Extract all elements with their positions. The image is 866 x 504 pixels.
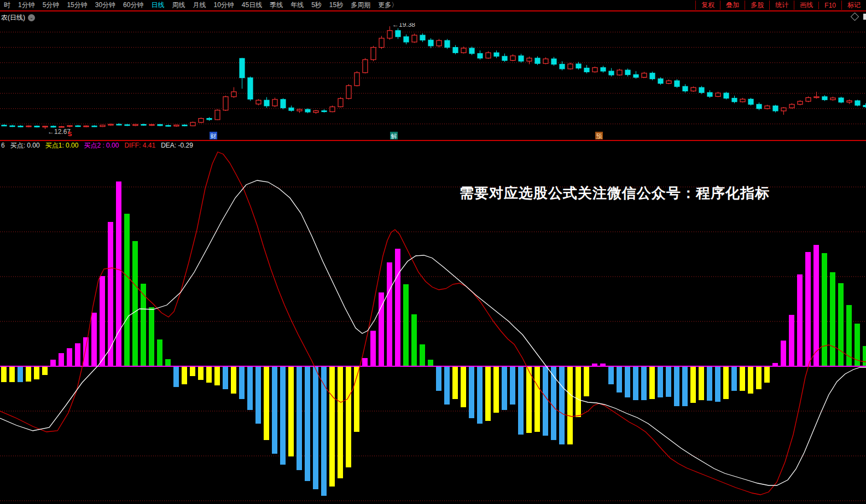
histogram-bar	[838, 283, 844, 366]
histogram-bar	[805, 252, 811, 366]
candle-body	[633, 75, 638, 78]
period-tab-5分钟[interactable]: 5分钟	[39, 1, 63, 10]
period-tab-30分钟[interactable]: 30分钟	[91, 1, 119, 10]
period-tab-10分钟[interactable]: 10分钟	[210, 1, 237, 10]
period-tab-60分钟[interactable]: 60分钟	[119, 1, 147, 10]
histogram-bar	[436, 366, 441, 391]
candle-body	[576, 64, 581, 68]
candle-body	[338, 98, 343, 107]
tool-button-多股[interactable]: 多股	[745, 1, 769, 10]
candle-body	[174, 125, 179, 126]
histogram-bar	[247, 366, 253, 410]
histogram-bar	[813, 245, 819, 366]
histogram-bar	[83, 337, 89, 366]
period-tab-5秒[interactable]: 5秒	[307, 1, 326, 10]
histogram-bar	[34, 366, 39, 379]
candle-body	[683, 86, 688, 91]
candle-body	[133, 125, 138, 126]
news-badge-财[interactable]: 财	[211, 133, 217, 139]
candle-body	[51, 126, 56, 127]
candlestick-chart[interactable]: ←19.38←12.67S财解预	[0, 23, 866, 140]
candle-body	[527, 58, 532, 61]
histogram-bar	[551, 366, 556, 440]
histogram-bar	[157, 339, 162, 366]
candle-body	[108, 124, 113, 125]
period-tab-季线[interactable]: 季线	[266, 1, 287, 10]
period-tab-时[interactable]: 时	[0, 1, 14, 10]
histogram-bar	[526, 366, 532, 433]
candle-body	[289, 108, 294, 110]
candle-body	[272, 99, 277, 106]
candle-body	[724, 93, 729, 98]
candle-body	[141, 125, 146, 126]
candle-body	[330, 107, 335, 112]
tool-button-F10[interactable]: F10	[818, 2, 841, 9]
candle-body	[281, 99, 286, 108]
indicator-value-DIFF: DIFF: 4.41	[124, 142, 155, 149]
candle-body	[428, 40, 433, 46]
histogram-bar	[764, 366, 770, 383]
period-tab-多周期[interactable]: 多周期	[347, 1, 374, 10]
histogram-bar	[403, 284, 409, 366]
indicator-chart[interactable]	[0, 150, 866, 504]
histogram-bar	[559, 366, 565, 444]
histogram-bar	[190, 366, 195, 376]
histogram-bar	[682, 366, 688, 406]
histogram-bar	[329, 366, 335, 487]
period-tab-年线[interactable]: 年线	[287, 1, 307, 10]
candle-body	[461, 48, 466, 52]
candle-body	[100, 125, 105, 127]
candle-body	[215, 110, 220, 120]
candle-body	[707, 92, 712, 96]
candle-body	[494, 53, 499, 56]
indicator-name-fragment: 6	[1, 142, 5, 149]
candle-body	[502, 56, 507, 61]
candle-body	[125, 125, 130, 126]
tool-button-统计[interactable]: 统计	[769, 1, 794, 10]
candle-body	[297, 109, 302, 111]
candle-body	[59, 127, 64, 128]
candle-body	[839, 98, 844, 102]
diamond-icon[interactable]	[851, 13, 859, 21]
histogram-bar	[42, 366, 48, 375]
histogram-bar	[608, 366, 614, 384]
period-tab-15分钟[interactable]: 15分钟	[63, 1, 91, 10]
indicator-value-买点1: 买点1: 0.00	[45, 141, 79, 150]
candle-body	[658, 79, 663, 83]
histogram-bar	[313, 366, 318, 489]
candle-body	[765, 106, 770, 109]
histogram-bar	[707, 366, 712, 401]
candle-body	[396, 31, 400, 37]
period-tab-45日线[interactable]: 45日线	[238, 1, 266, 10]
news-badge-预[interactable]: 预	[596, 133, 602, 139]
candle-body	[625, 70, 630, 74]
tool-button-标记[interactable]: 标记	[841, 1, 866, 10]
period-tab-1分钟[interactable]: 1分钟	[14, 1, 39, 10]
tool-button-叠加[interactable]: 叠加	[720, 1, 745, 10]
histogram-bar	[59, 353, 64, 366]
histogram-bar	[321, 366, 327, 496]
period-tab-更多〉[interactable]: 更多〉	[374, 1, 402, 10]
histogram-bar	[50, 360, 56, 366]
period-tab-日线[interactable]: 日线	[147, 1, 168, 10]
trading-app-window: 时1分钟5分钟15分钟30分钟60分钟日线周线月线10分钟45日线季线年线5秒1…	[0, 0, 866, 504]
sell-marker: S	[68, 131, 72, 137]
histogram-bar	[132, 241, 138, 366]
histogram-bar	[518, 366, 524, 435]
candle-body	[757, 104, 762, 109]
tool-button-画线[interactable]: 画线	[794, 1, 818, 10]
histogram-bar	[781, 341, 786, 366]
news-badge-解[interactable]: 解	[391, 133, 397, 139]
period-tab-月线[interactable]: 月线	[189, 1, 210, 10]
candle-body	[2, 125, 7, 126]
histogram-bar	[370, 331, 376, 366]
candle-body	[199, 119, 204, 122]
period-tab-15秒[interactable]: 15秒	[326, 1, 347, 10]
period-tab-周线[interactable]: 周线	[168, 1, 189, 10]
candle-body	[18, 126, 23, 127]
tool-button-复权[interactable]: 复权	[695, 1, 720, 10]
histogram-bar	[699, 366, 704, 400]
candle-body	[182, 125, 187, 126]
chevron-down-icon[interactable]: ⌄	[28, 14, 35, 21]
histogram-bar	[674, 366, 679, 406]
